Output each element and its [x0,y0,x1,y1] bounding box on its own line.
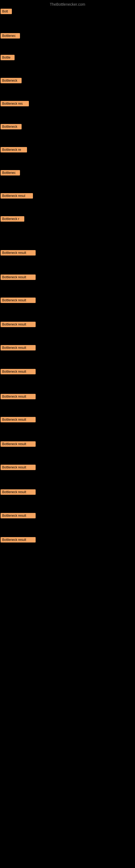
bottleneck-label-19: Bottleneck result [1,441,36,447]
result-row-12: Bottleneck result [1,275,36,281]
bottleneck-label-20: Bottleneck result [1,465,36,470]
result-row-22: Bottleneck result [1,513,36,520]
result-row-4: Bottleneck [1,78,21,84]
result-row-18: Bottleneck result [1,417,36,424]
bottleneck-label-18: Bottleneck result [1,417,36,422]
bottleneck-label-16: Bottleneck result [1,369,36,374]
result-row-20: Bottleneck result [1,465,36,471]
bottleneck-label-21: Bottleneck result [1,489,36,495]
result-row-23: Bottleneck result [1,537,36,544]
result-row-21: Bottleneck result [1,489,36,496]
bottleneck-label-11: Bottleneck result [1,250,36,255]
bottleneck-label-14: Bottleneck result [1,322,36,327]
bottleneck-label-9: Bottleneck resul [1,193,33,198]
result-row-11: Bottleneck result [1,250,36,257]
bottleneck-label-6: Bottleneck [1,124,21,129]
result-row-5: Bottleneck res [1,101,29,107]
result-row-10: Bottleneck r [1,216,24,223]
result-row-9: Bottleneck resul [1,193,33,199]
bottleneck-label-1: Bott [1,9,12,14]
bottleneck-label-12: Bottleneck result [1,275,36,280]
bottleneck-label-10: Bottleneck r [1,216,24,222]
bottleneck-label-13: Bottleneck result [1,298,36,303]
bottleneck-label-7: Bottleneck re [1,147,27,152]
result-row-14: Bottleneck result [1,322,36,328]
result-row-6: Bottleneck [1,124,21,130]
result-row-8: Bottlenec [1,170,20,177]
result-row-19: Bottleneck result [1,441,36,448]
bottleneck-label-22: Bottleneck result [1,513,36,518]
result-row-13: Bottleneck result [1,298,36,304]
bottleneck-label-3: Bottle [1,55,14,60]
bottleneck-label-15: Bottleneck result [1,345,36,350]
result-row-2: Bottlenec [1,33,20,40]
bottleneck-label-5: Bottleneck res [1,101,29,106]
site-title: TheBottlenecker.com [0,0,135,8]
result-row-17: Bottleneck result [1,394,36,400]
bottleneck-label-2: Bottlenec [1,33,20,38]
result-row-16: Bottleneck result [1,369,36,375]
bottleneck-label-8: Bottlenec [1,170,20,176]
bottleneck-label-17: Bottleneck result [1,394,36,399]
bottleneck-label-4: Bottleneck [1,78,21,83]
result-row-15: Bottleneck result [1,345,36,351]
bottleneck-label-23: Bottleneck result [1,537,36,542]
result-row-7: Bottleneck re [1,147,27,154]
result-row-3: Bottle [1,55,14,61]
result-row-1: Bott [1,9,12,15]
